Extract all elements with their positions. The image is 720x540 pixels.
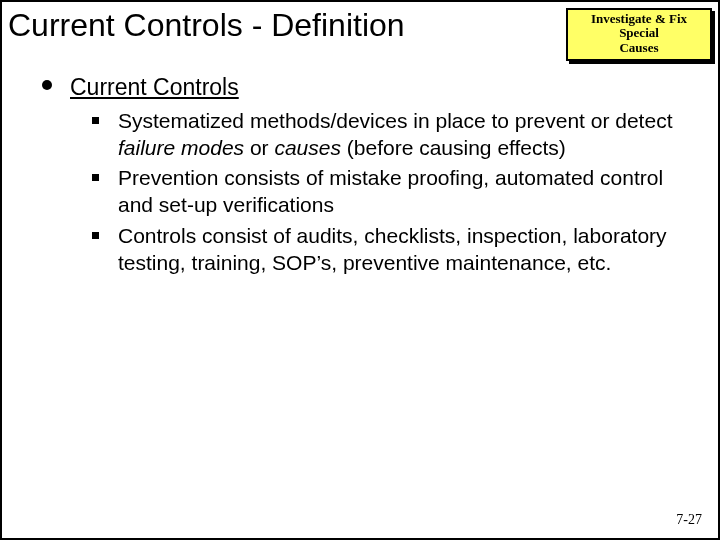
outline-subitem: Prevention consists of mistake proofing,… <box>92 165 696 219</box>
disc-bullet-icon <box>42 80 52 90</box>
slide-header: Current Controls - Definition Investigat… <box>2 2 718 69</box>
outline-subitem-text: Prevention consists of mistake proofing,… <box>118 166 663 216</box>
slide-body: Current Controls Systematized methods/de… <box>2 69 718 277</box>
text-run: or <box>244 136 274 159</box>
callout-box-wrap: Investigate & Fix Special Causes <box>566 8 718 61</box>
callout-line: Investigate & Fix Special <box>572 12 706 41</box>
square-bullet-icon <box>92 174 99 181</box>
callout-line: Causes <box>572 41 706 55</box>
text-em: causes <box>274 136 341 159</box>
page-number: 7-27 <box>676 512 702 528</box>
text-run: (before causing effects) <box>341 136 566 159</box>
outline-level2: Systematized methods/devices in place to… <box>70 108 696 277</box>
square-bullet-icon <box>92 117 99 124</box>
outline-subitem-text: Controls consist of audits, checklists, … <box>118 224 667 274</box>
square-bullet-icon <box>92 232 99 239</box>
callout-box: Investigate & Fix Special Causes <box>566 8 712 61</box>
outline-subitem-text: Systematized methods/devices in place to… <box>118 109 672 159</box>
outline-subitem: Systematized methods/devices in place to… <box>92 108 696 162</box>
outline-item-label: Current Controls <box>70 74 239 100</box>
text-em: failure modes <box>118 136 244 159</box>
text-run: Systematized methods/devices in place to… <box>118 109 672 132</box>
outline-item: Current Controls Systematized methods/de… <box>42 73 696 277</box>
outline-subitem: Controls consist of audits, checklists, … <box>92 223 696 277</box>
slide-title: Current Controls - Definition <box>8 8 405 43</box>
outline-level1: Current Controls Systematized methods/de… <box>42 73 696 277</box>
